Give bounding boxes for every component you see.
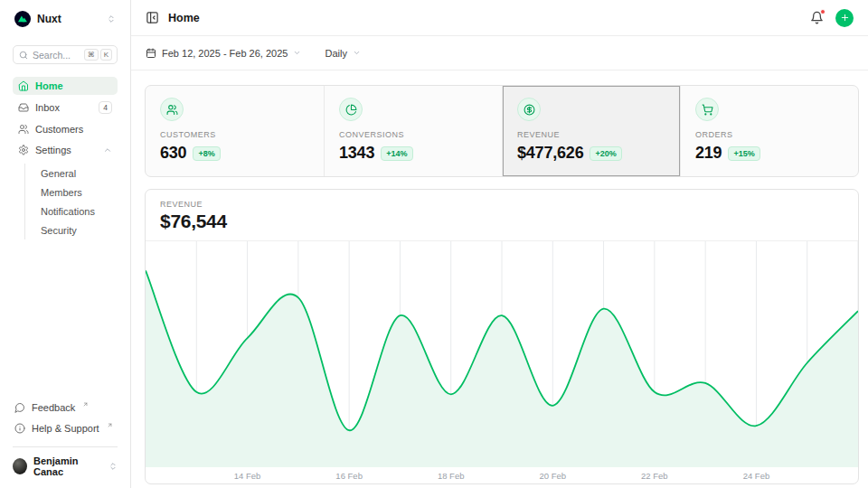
plus-icon <box>840 13 850 23</box>
sidebar-item-label: Customers <box>35 124 83 135</box>
gear-icon <box>18 145 29 155</box>
sidebar-item-label: Inbox <box>35 102 60 113</box>
nuxt-logo-icon <box>14 11 31 27</box>
home-icon <box>18 80 29 91</box>
stat-delta-badge: +14% <box>381 146 412 161</box>
workspace-switcher[interactable]: Nuxt <box>13 9 118 27</box>
kbd-k: K <box>100 49 112 61</box>
sidebar-item-home[interactable]: Home <box>13 77 118 95</box>
filter-toolbar: Feb 12, 2025 - Feb 26, 2025 Daily <box>131 36 868 70</box>
add-button[interactable] <box>835 9 854 27</box>
customers-icon <box>160 98 184 121</box>
chevron-up-icon <box>103 145 112 155</box>
stat-value: 219 <box>695 144 722 163</box>
sidebar-item-customers[interactable]: Customers <box>13 120 118 138</box>
external-link-icon <box>82 401 89 408</box>
workspace-name: Nuxt <box>37 13 61 25</box>
stat-label: ORDERS <box>695 130 844 139</box>
granularity-value: Daily <box>325 48 346 59</box>
help-support-link[interactable]: Help & Support <box>13 418 118 437</box>
user-name: Benjamin Canac <box>33 455 102 477</box>
stat-card-customers[interactable]: CUSTOMERS 630 +8% <box>146 86 324 176</box>
pie-chart-icon <box>339 98 363 121</box>
stat-label: REVENUE <box>517 130 665 139</box>
external-link-icon <box>107 422 113 428</box>
cart-icon <box>695 98 719 121</box>
chevrons-up-down-icon <box>108 462 118 471</box>
top-header: Home <box>131 0 868 36</box>
chart-total-value: $76,544 <box>160 211 844 232</box>
x-axis-label: 24 Feb <box>743 471 770 481</box>
sidebar-item-label: Home <box>35 80 63 91</box>
x-axis-label: 20 Feb <box>539 471 566 481</box>
sidebar-nav: Home Inbox 4 Customers Settings Genera <box>13 77 118 239</box>
stat-card-revenue[interactable]: REVENUE $477,626 +20% <box>502 86 680 176</box>
header-actions <box>810 9 854 27</box>
page-title: Home <box>168 12 200 24</box>
footer-link-label: Feedback <box>32 402 75 413</box>
x-axis-label: 16 Feb <box>335 471 363 481</box>
panel-left-close-icon <box>146 11 159 24</box>
calendar-icon <box>146 48 156 59</box>
settings-submenu: General Members Notifications Security <box>24 164 118 239</box>
users-icon <box>18 124 29 135</box>
stat-card-conversions[interactable]: CONVERSIONS 1343 +14% <box>324 86 502 176</box>
user-menu-button[interactable]: Benjamin Canac <box>13 455 118 477</box>
search-shortcut: ⌘ K <box>84 49 112 61</box>
stat-delta-badge: +15% <box>728 146 760 161</box>
stat-delta-badge: +20% <box>590 146 621 161</box>
granularity-select[interactable]: Daily <box>325 48 360 59</box>
chevron-down-icon <box>353 49 361 57</box>
revenue-chart-card: REVENUE $76,544 14 Feb16 Feb18 Feb20 Feb… <box>145 189 859 484</box>
sidebar-footer: Feedback Help & Support Benjamin Canac <box>13 398 118 477</box>
main-area: Home Feb 12, 2025 - Feb 26, 2025 <box>131 0 868 488</box>
sidebar: Nuxt Search... ⌘ K Home Inbox 4 <box>0 0 131 488</box>
sidebar-item-notifications[interactable]: Notifications <box>41 202 118 221</box>
sidebar-item-inbox[interactable]: Inbox 4 <box>13 98 118 117</box>
stat-value: 1343 <box>339 144 374 163</box>
search-placeholder: Search... <box>33 50 71 61</box>
sidebar-item-general[interactable]: General <box>41 164 118 183</box>
sidebar-item-settings[interactable]: Settings <box>13 141 118 159</box>
search-input[interactable]: Search... ⌘ K <box>13 45 118 64</box>
inbox-count-badge: 4 <box>99 101 112 114</box>
date-range-picker[interactable]: Feb 12, 2025 - Feb 26, 2025 <box>146 48 301 59</box>
stat-value: $477,626 <box>517 144 583 163</box>
stat-card-orders[interactable]: ORDERS 219 +15% <box>680 86 858 176</box>
info-icon <box>14 423 25 434</box>
notification-dot <box>820 9 826 14</box>
sidebar-item-members[interactable]: Members <box>41 183 118 202</box>
chart-plot-area[interactable] <box>146 241 858 467</box>
stat-label: CONVERSIONS <box>339 130 487 139</box>
x-axis-label: 18 Feb <box>438 471 465 481</box>
x-axis-label: 14 Feb <box>234 471 261 481</box>
dollar-circle-icon <box>517 98 541 121</box>
stat-value: 630 <box>160 144 186 163</box>
chart-x-labels: 14 Feb16 Feb18 Feb20 Feb22 Feb24 Feb <box>146 467 858 483</box>
dashboard-content: CUSTOMERS 630 +8% CONVERSIONS 1343 +14% <box>131 70 868 488</box>
user-section: Benjamin Canac <box>13 446 118 477</box>
chart-header: REVENUE $76,544 <box>146 190 858 241</box>
chart-title: REVENUE <box>160 200 844 209</box>
inbox-icon <box>18 102 29 113</box>
date-range-value: Feb 12, 2025 - Feb 26, 2025 <box>162 48 288 59</box>
feedback-link[interactable]: Feedback <box>13 398 118 417</box>
revenue-area-chart <box>146 241 858 467</box>
user-avatar <box>13 458 27 474</box>
x-axis-label: 22 Feb <box>641 471 668 481</box>
stats-panel: CUSTOMERS 630 +8% CONVERSIONS 1343 +14% <box>145 85 859 177</box>
collapse-sidebar-button[interactable] <box>146 11 159 24</box>
notifications-button[interactable] <box>810 11 824 24</box>
stat-label: CUSTOMERS <box>160 130 309 139</box>
sidebar-item-security[interactable]: Security <box>41 221 118 239</box>
chevron-down-icon <box>293 49 301 57</box>
chevrons-up-down-icon <box>107 14 116 23</box>
kbd-cmd: ⌘ <box>84 49 99 61</box>
stat-delta-badge: +8% <box>193 146 220 161</box>
sidebar-item-label: Settings <box>35 145 71 155</box>
search-icon <box>19 51 28 60</box>
message-circle-icon <box>14 402 25 413</box>
footer-link-label: Help & Support <box>32 423 99 434</box>
